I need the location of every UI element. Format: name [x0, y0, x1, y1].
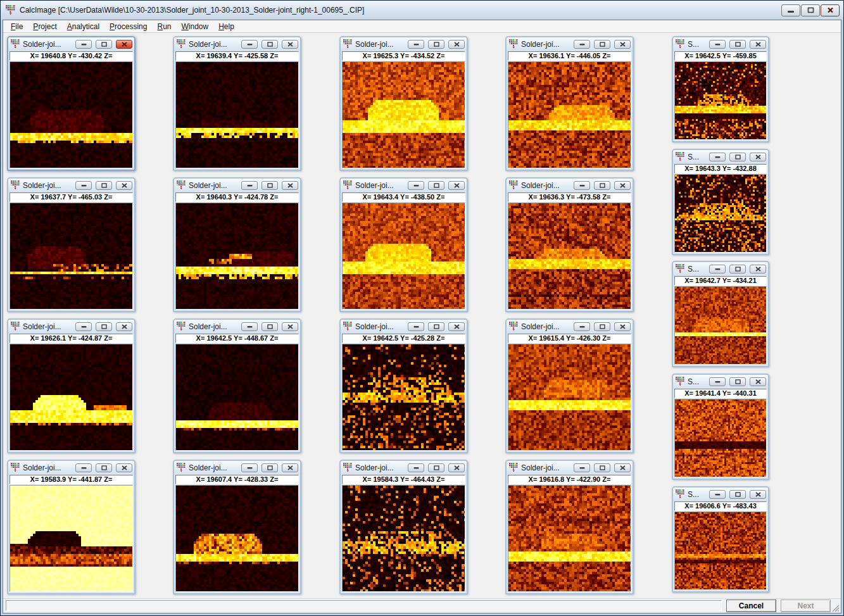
next-button[interactable]: Next [781, 600, 831, 612]
child-titlebar[interactable]: Solder-joi... [507, 179, 633, 192]
minimize-button[interactable] [709, 490, 726, 499]
close-button[interactable] [282, 181, 298, 190]
maximize-button[interactable] [594, 463, 610, 472]
solder-joint-image[interactable] [508, 485, 631, 592]
menu-item-analytical[interactable]: Analytical [62, 21, 104, 32]
solder-joint-image[interactable] [508, 344, 631, 451]
maximize-button[interactable] [729, 490, 746, 499]
child-titlebar[interactable]: S... [673, 37, 768, 51]
close-button[interactable] [750, 153, 766, 161]
close-button[interactable] [614, 463, 631, 472]
minimize-button[interactable] [709, 153, 726, 161]
maximize-button[interactable] [96, 463, 112, 472]
child-titlebar[interactable]: S... [673, 150, 768, 164]
maximize-button[interactable] [96, 322, 112, 331]
child-titlebar[interactable]: S... [673, 262, 768, 276]
solder-joint-image[interactable] [674, 61, 767, 140]
maximize-button[interactable] [261, 40, 278, 49]
close-button[interactable] [821, 4, 840, 16]
child-titlebar[interactable]: Solder-joi... [8, 179, 134, 192]
maximize-button[interactable] [729, 153, 746, 161]
child-titlebar[interactable]: Solder-joi... [507, 461, 633, 475]
child-titlebar[interactable]: Solder-joi... [174, 320, 300, 334]
child-titlebar[interactable]: Solder-joi... [341, 461, 467, 475]
minimize-button[interactable] [75, 181, 92, 190]
minimize-button[interactable] [408, 463, 424, 472]
maximize-button[interactable] [96, 40, 112, 49]
child-titlebar[interactable]: Solder-joi... [8, 320, 134, 334]
menu-item-project[interactable]: Project [28, 21, 61, 32]
minimize-button[interactable] [574, 463, 590, 472]
menu-item-help[interactable]: Help [213, 21, 239, 32]
close-button[interactable] [614, 322, 631, 331]
solder-joint-image[interactable] [175, 344, 299, 451]
minimize-button[interactable] [75, 40, 92, 49]
maximize-button[interactable] [801, 4, 820, 16]
close-button[interactable] [116, 181, 132, 190]
close-button[interactable] [614, 40, 631, 49]
child-titlebar[interactable]: Solder-joi... [174, 179, 300, 192]
child-titlebar[interactable]: Solder-joi... [8, 461, 134, 475]
cancel-button[interactable]: Cancel [726, 600, 776, 612]
solder-joint-image[interactable] [674, 399, 767, 477]
maximize-button[interactable] [428, 322, 444, 331]
solder-joint-image[interactable] [175, 203, 299, 310]
minimize-button[interactable] [709, 265, 726, 273]
solder-joint-image[interactable] [342, 485, 465, 592]
minimize-button[interactable] [241, 40, 258, 49]
maximize-button[interactable] [428, 181, 444, 190]
close-button[interactable] [448, 463, 465, 472]
maximize-button[interactable] [96, 181, 112, 190]
maximize-button[interactable] [594, 181, 610, 190]
close-button[interactable] [116, 40, 132, 49]
maximize-button[interactable] [261, 181, 278, 190]
close-button[interactable] [448, 40, 465, 49]
solder-joint-image[interactable] [9, 485, 133, 592]
maximize-button[interactable] [729, 377, 746, 386]
close-button[interactable] [116, 463, 132, 472]
maximize-button[interactable] [729, 40, 746, 49]
maximize-button[interactable] [261, 463, 278, 472]
maximize-button[interactable] [428, 40, 444, 49]
menu-item-window[interactable]: Window [177, 21, 214, 32]
child-titlebar[interactable]: Solder-joi... [507, 37, 633, 51]
maximize-button[interactable] [594, 322, 610, 331]
close-button[interactable] [750, 377, 766, 386]
child-titlebar[interactable]: Solder-joi... [507, 320, 633, 334]
minimize-button[interactable] [75, 463, 92, 472]
child-titlebar[interactable]: Solder-joi... [174, 461, 300, 475]
child-titlebar[interactable]: Solder-joi... [8, 37, 134, 51]
resize-grip[interactable] [831, 603, 840, 612]
solder-joint-image[interactable] [175, 485, 299, 592]
close-button[interactable] [282, 322, 298, 331]
maximize-button[interactable] [261, 322, 278, 331]
menu-item-file[interactable]: File [6, 21, 28, 32]
minimize-button[interactable] [408, 40, 424, 49]
child-titlebar[interactable]: Solder-joi... [341, 37, 467, 51]
minimize-button[interactable] [709, 377, 726, 386]
solder-joint-image[interactable] [674, 174, 767, 253]
menu-item-run[interactable]: Run [152, 21, 176, 32]
close-button[interactable] [614, 181, 631, 190]
maximize-button[interactable] [729, 265, 746, 273]
solder-joint-image[interactable] [342, 203, 465, 310]
minimize-button[interactable] [241, 181, 258, 190]
solder-joint-image[interactable] [508, 203, 631, 310]
maximize-button[interactable] [594, 40, 610, 49]
close-button[interactable] [448, 181, 465, 190]
minimize-button[interactable] [709, 40, 726, 49]
solder-joint-image[interactable] [508, 61, 631, 168]
titlebar[interactable]: CalcImage [C:\UserData\Wilde\10-30-2013\… [1, 1, 843, 20]
close-button[interactable] [750, 265, 766, 273]
minimize-button[interactable] [574, 322, 590, 331]
solder-joint-image[interactable] [342, 61, 465, 168]
solder-joint-image[interactable] [9, 61, 133, 168]
child-titlebar[interactable]: Solder-joi... [341, 179, 467, 192]
close-button[interactable] [750, 40, 766, 49]
close-button[interactable] [750, 490, 766, 499]
child-titlebar[interactable]: S... [673, 375, 768, 389]
child-titlebar[interactable]: Solder-joi... [174, 37, 300, 51]
close-button[interactable] [282, 40, 298, 49]
solder-joint-image[interactable] [342, 344, 465, 451]
minimize-button[interactable] [574, 40, 590, 49]
